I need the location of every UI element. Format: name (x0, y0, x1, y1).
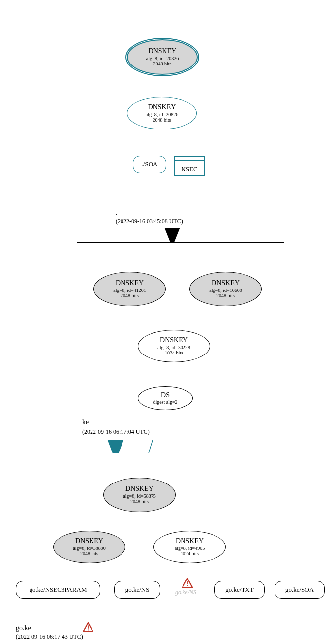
node-root-zsk[interactable]: DNSKEY alg=8, id=20826 2048 bits (127, 97, 197, 129)
node-sub2: 2048 bits (216, 293, 235, 299)
node-sub1: alg=8, id=20326 (146, 56, 179, 62)
zone-ke-label: ke (82, 419, 89, 426)
node-title: ./SOA (142, 161, 158, 168)
node-title: go.ke/NS (125, 586, 150, 594)
node-goke-ksk[interactable]: DNSKEY alg=8, id=58375 2048 bits (103, 478, 176, 512)
node-sub2: 2048 bits (121, 293, 139, 299)
node-goke-dk2[interactable]: DNSKEY alg=8, id=38890 2048 bits (53, 531, 125, 563)
node-ke-dk2[interactable]: DNSKEY alg=8, id=10600 2048 bits (189, 272, 262, 306)
node-goke-txt[interactable]: go.ke/TXT (214, 581, 265, 599)
node-root-nsec[interactable]: NSEC (174, 156, 205, 176)
node-sub1: digest alg=2 (153, 399, 177, 405)
node-ke-zsk[interactable]: DNSKEY alg=8, id=30228 1024 bits (138, 330, 210, 362)
node-sub1: alg=8, id=4905 (175, 546, 205, 551)
node-title: DS (161, 391, 170, 399)
node-title: DNSKEY (148, 103, 176, 111)
svg-rect-2 (88, 625, 89, 628)
node-root-ksk[interactable]: DNSKEY alg=8, id=20326 2048 bits (127, 39, 198, 75)
node-goke-ns-faded: go.ke/NS (175, 589, 196, 596)
node-goke-soa[interactable]: go.ke/SOA (275, 581, 325, 599)
svg-rect-3 (88, 630, 89, 631)
node-title: go.ke/SOA (285, 586, 314, 594)
node-sub1: alg=8, id=38890 (73, 546, 105, 551)
node-sub1: alg=8, id=10600 (209, 288, 242, 293)
node-title: DNSKEY (212, 279, 240, 287)
node-sub2: 1024 bits (165, 350, 183, 356)
node-title: go.ke/TXT (225, 586, 253, 594)
zone-root-label: . (116, 209, 118, 217)
zone-goke-time: (2022-09-16 06:17:43 UTC) (16, 633, 83, 641)
node-goke-zsk[interactable]: DNSKEY alg=8, id=4905 1024 bits (153, 531, 226, 563)
node-ke-ds[interactable]: DS digest alg=2 (138, 386, 193, 410)
node-title: go.ke/NSEC3PARAM (30, 586, 87, 594)
node-goke-nsec3param[interactable]: go.ke/NSEC3PARAM (16, 581, 100, 599)
node-sub1: alg=8, id=20826 (146, 112, 178, 118)
warning-icon (83, 622, 93, 632)
node-sub1: alg=8, id=30228 (157, 345, 190, 351)
node-sub2: 2048 bits (153, 61, 172, 67)
node-ke-dk1[interactable]: DNSKEY alg=8, id=41201 2048 bits (93, 272, 166, 306)
node-sub1: alg=8, id=41201 (113, 288, 146, 293)
zone-ke-time: (2022-09-16 06:17:04 UTC) (82, 428, 150, 436)
node-sub2: 1024 bits (181, 551, 199, 557)
node-title: NSEC (181, 165, 197, 173)
warning-icon (182, 578, 193, 588)
node-root-soa[interactable]: ./SOA (133, 156, 166, 173)
svg-rect-0 (187, 581, 188, 584)
zone-goke-label: go.ke (16, 624, 31, 632)
node-title: DNSKEY (75, 537, 103, 545)
svg-rect-1 (187, 585, 188, 586)
node-title: DNSKEY (125, 485, 153, 493)
node-sub2: 2048 bits (80, 551, 98, 557)
node-sub2: 2048 bits (153, 117, 171, 123)
node-title: DNSKEY (176, 537, 204, 545)
node-sub1: alg=8, id=58375 (123, 493, 155, 499)
zone-root-time: (2022-09-16 03:45:08 UTC) (116, 218, 183, 225)
node-goke-ns[interactable]: go.ke/NS (114, 581, 160, 599)
node-title: DNSKEY (149, 47, 177, 55)
node-title: DNSKEY (160, 336, 188, 344)
node-sub2: 2048 bits (130, 499, 149, 505)
node-title: DNSKEY (116, 279, 144, 287)
